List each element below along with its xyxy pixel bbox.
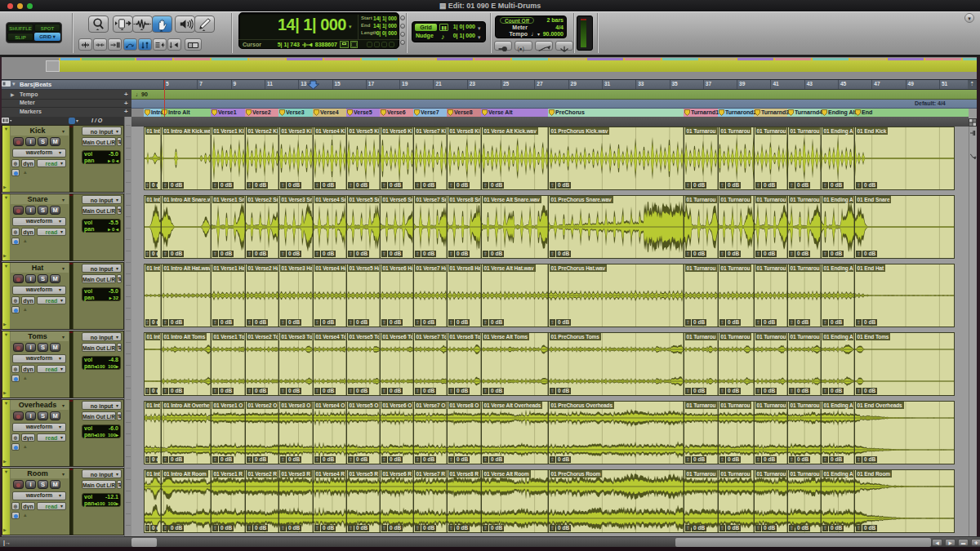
svg-text:(●): (●) (518, 46, 524, 52)
